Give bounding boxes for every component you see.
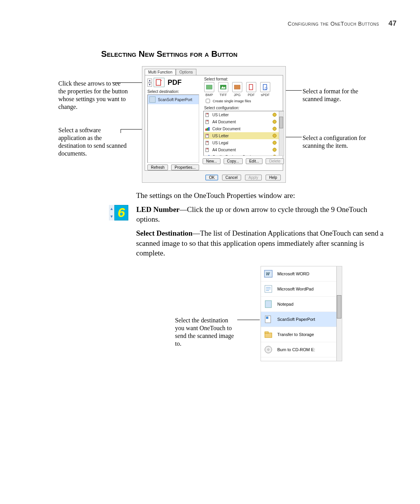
- onetouch-properties-dialog: Multi Function Options ▲ ▼ PDF: [142, 66, 286, 183]
- line: [121, 129, 121, 133]
- format-label: TIFF: [219, 93, 227, 97]
- config-label: Color Document: [212, 127, 240, 131]
- page-bw-icon: [205, 112, 210, 117]
- list-item[interactable]: Burn to CD-ROM E:: [261, 342, 342, 357]
- svg-rect-20: [206, 148, 208, 149]
- pdf-format-icon: [246, 82, 256, 92]
- scrollbar[interactable]: [279, 111, 284, 156]
- arrow-up-icon[interactable]: ▲: [147, 79, 152, 82]
- tabs: Multi Function Options: [142, 66, 285, 75]
- right-buttons: New... Copy... Edit... Delete: [202, 157, 286, 164]
- list-item[interactable]: Microsoft WordPad: [261, 282, 342, 297]
- svg-rect-34: [265, 332, 268, 333]
- select-config-label: Select configuration:: [202, 106, 286, 111]
- seldest-bold: Select Destination: [136, 229, 192, 237]
- status-icon: [273, 120, 276, 124]
- pdf-icon: [154, 78, 164, 87]
- svg-rect-1: [206, 85, 212, 89]
- delete-button[interactable]: Delete: [266, 158, 284, 164]
- page-number: 47: [388, 19, 397, 27]
- new-button[interactable]: New...: [203, 158, 220, 164]
- format-tiff[interactable]: TIFF: [218, 82, 228, 97]
- callout-destination: Select a software application as the des…: [58, 126, 128, 158]
- select-destination-label: Select destination:: [145, 89, 201, 94]
- tab-multifunction[interactable]: Multi Function: [145, 69, 176, 75]
- dialog-bottom-buttons: OK Cancel Apply Help: [142, 173, 285, 183]
- refresh-button[interactable]: Refresh: [147, 164, 168, 170]
- scrollbar[interactable]: [336, 266, 342, 361]
- config-label: US Legal: [212, 141, 228, 145]
- arrow-down-icon: ▼: [109, 213, 114, 220]
- cdrom-icon: [263, 345, 273, 355]
- destination-item[interactable]: ScanSoft PaperPort: [148, 95, 199, 104]
- cancel-button[interactable]: Cancel: [222, 175, 241, 180]
- config-label: A4 Document: [212, 148, 236, 152]
- arrow-down-icon[interactable]: ▼: [147, 83, 152, 87]
- running-title: Configuring the OneTouch Buttons: [288, 21, 379, 27]
- config-item[interactable]: Quality Business Card: [204, 153, 284, 156]
- config-item-selected[interactable]: US Letter: [204, 132, 284, 139]
- config-item[interactable]: US Letter: [204, 111, 284, 118]
- apply-button[interactable]: Apply: [245, 175, 262, 180]
- format-bmp[interactable]: BMP: [204, 82, 214, 97]
- scroll-thumb[interactable]: [279, 117, 283, 128]
- list-item[interactable]: Transfer to Storage: [261, 327, 342, 342]
- format-spdf[interactable]: sPDF: [260, 82, 270, 97]
- list-item-label: Microsoft WordPad: [277, 287, 313, 291]
- paperport-icon: [263, 314, 273, 324]
- arrow-up-icon: ▲: [109, 205, 114, 213]
- callout-fig2: Select the destination you want OneTouch…: [175, 317, 237, 348]
- config-item[interactable]: A4 Document: [204, 146, 284, 153]
- config-label: A4 Document: [212, 120, 236, 124]
- copy-button[interactable]: Copy...: [224, 158, 243, 164]
- config-item[interactable]: US Legal: [204, 139, 284, 146]
- led-digit: 6: [114, 205, 128, 220]
- help-button[interactable]: Help: [266, 175, 281, 180]
- page-bw-icon: [205, 119, 210, 124]
- notepad-icon: [263, 299, 273, 309]
- svg-rect-5: [249, 84, 253, 90]
- single-image-checkbox[interactable]: [206, 99, 210, 103]
- app-icon: [149, 96, 156, 103]
- wordpad-icon: [263, 284, 273, 294]
- ok-button[interactable]: OK: [205, 175, 218, 180]
- pdf-label: PDF: [168, 79, 182, 87]
- list-item-label: Microsoft WORD: [277, 271, 310, 276]
- svg-point-36: [268, 349, 269, 350]
- destination-listbox[interactable]: W Microsoft WORD Microsoft WordPad Notep…: [261, 266, 342, 361]
- format-jpg[interactable]: JPG: [232, 82, 242, 97]
- format-label: sPDF: [261, 93, 270, 97]
- list-item-selected[interactable]: ScanSoft PaperPort: [261, 312, 342, 327]
- format-pdf[interactable]: PDF: [246, 82, 256, 97]
- edit-button[interactable]: Edit...: [246, 158, 263, 164]
- led-number-icon: ▲ ▼ 6: [109, 205, 129, 221]
- page-color-icon: [205, 154, 210, 156]
- format-label: JPG: [234, 93, 241, 97]
- spdf-icon: [260, 82, 270, 92]
- status-icon: [273, 134, 276, 138]
- right-column: Select format: BMP TIFF JPG: [202, 75, 286, 170]
- list-item[interactable]: Notepad: [261, 297, 342, 312]
- page-bw-icon: [205, 147, 210, 152]
- config-list[interactable]: US Letter A4 Document Color Document US …: [203, 111, 284, 156]
- svg-rect-16: [206, 134, 208, 135]
- select-destination-text: Select Destination—The list of Destinati…: [136, 228, 385, 258]
- led-text: LED Number—Click the up or down arrow to…: [136, 205, 385, 224]
- tab-options[interactable]: Options: [176, 69, 196, 75]
- list-item[interactable]: W Microsoft WORD: [261, 266, 342, 282]
- page-bw-icon: [205, 133, 210, 138]
- svg-rect-30: [265, 301, 271, 308]
- intro-text: The settings on the OneTouch Properties …: [136, 191, 385, 201]
- svg-rect-9: [206, 113, 208, 114]
- config-item[interactable]: Color Document: [204, 125, 284, 132]
- list-item-label: Notepad: [277, 302, 294, 306]
- status-icon: [273, 127, 276, 131]
- destination-list[interactable]: ScanSoft PaperPort: [147, 94, 199, 163]
- scroll-thumb[interactable]: [337, 295, 341, 318]
- svg-rect-12: [205, 128, 207, 131]
- figure-properties-dialog: Click these arrows to see the properties…: [23, 66, 397, 187]
- properties-button[interactable]: Properties...: [171, 164, 199, 170]
- led-spinner[interactable]: ▲ ▼: [147, 79, 152, 87]
- config-item[interactable]: A4 Document: [204, 118, 284, 125]
- svg-rect-22: [207, 156, 208, 156]
